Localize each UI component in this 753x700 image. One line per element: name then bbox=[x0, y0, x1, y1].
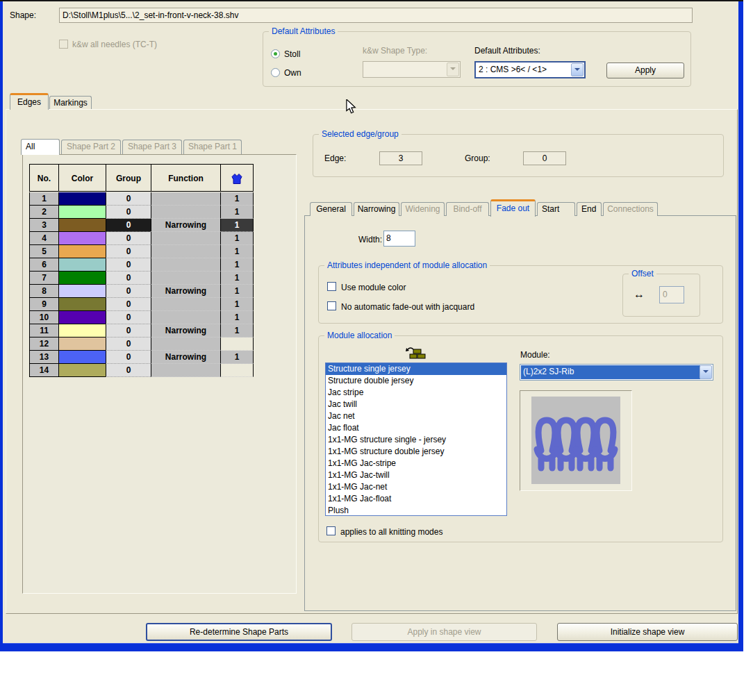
window-left-border bbox=[0, 1, 3, 644]
apply-button[interactable]: Apply bbox=[606, 62, 684, 78]
kw-all-needles-checkbox bbox=[59, 40, 68, 49]
row-group: 0 bbox=[106, 285, 151, 298]
selected-edge-group-title: Selected edge/group bbox=[319, 129, 402, 139]
initialize-shape-view-button[interactable]: Initialize shape view bbox=[557, 623, 738, 641]
row-group: 0 bbox=[106, 206, 151, 219]
no-auto-fadeout-checkbox[interactable] bbox=[327, 301, 336, 310]
row-no: 1 bbox=[29, 192, 58, 206]
apply-in-shape-view-button: Apply in shape view bbox=[351, 623, 537, 641]
use-module-color-label[interactable]: Use module color bbox=[341, 283, 406, 292]
row-no: 6 bbox=[29, 258, 58, 272]
tab-markings[interactable]: Markings bbox=[49, 96, 92, 109]
row-no: 2 bbox=[29, 206, 58, 219]
row-color-swatch bbox=[58, 298, 106, 311]
list-item[interactable]: Jac net bbox=[326, 410, 506, 422]
table-row[interactable]: 8 0 Narrowing 1 bbox=[29, 285, 254, 298]
list-item[interactable]: Jac stripe bbox=[326, 387, 506, 399]
own-radio-label[interactable]: Own bbox=[284, 68, 301, 78]
row-count: 1 bbox=[220, 258, 254, 272]
chevron-down-icon[interactable] bbox=[700, 365, 712, 379]
list-item[interactable]: 1x1-MG Jac-float bbox=[326, 493, 506, 505]
list-item[interactable]: 1x1-MG structure single - jersey bbox=[326, 434, 506, 446]
default-attributes-combo-label: Default Attributes: bbox=[474, 46, 540, 56]
use-module-color-checkbox[interactable] bbox=[327, 282, 336, 291]
tab-fade-out[interactable]: Fade out bbox=[490, 199, 536, 217]
tab-bind-off: Bind-off bbox=[446, 202, 489, 216]
row-count: 1 bbox=[220, 311, 254, 324]
window-top-border bbox=[0, 0, 743, 1]
applies-all-modes-label[interactable]: applies to all knitting modes bbox=[340, 527, 442, 537]
width-input[interactable]: 8 bbox=[383, 231, 415, 247]
module-combo[interactable]: (L)2x2 SJ-Rib bbox=[520, 364, 713, 381]
part-tab-shape-part-1[interactable]: Shape Part 1 bbox=[183, 140, 242, 154]
part-tab-shape-part-2[interactable]: Shape Part 2 bbox=[61, 140, 121, 154]
row-color-swatch bbox=[58, 192, 106, 206]
tab-edges[interactable]: Edges bbox=[10, 93, 49, 110]
row-no: 8 bbox=[29, 285, 58, 298]
attrs-independent-group-title: Attributes independent of module allocat… bbox=[324, 260, 490, 270]
tab-widening: Widening bbox=[401, 202, 445, 216]
row-count: 1 bbox=[220, 298, 254, 311]
left-right-arrow-icon: ↔ bbox=[634, 288, 645, 301]
row-group: 0 bbox=[106, 245, 151, 258]
default-attributes-combo[interactable]: 2 : CMS >6< / <1> bbox=[474, 61, 586, 78]
edge-label: Edge: bbox=[324, 153, 346, 163]
redetermine-shape-parts-button[interactable]: Re-determine Shape Parts bbox=[146, 623, 332, 641]
row-no: 12 bbox=[29, 338, 58, 351]
table-row[interactable]: 1 0 1 bbox=[29, 192, 254, 206]
table-row[interactable]: 7 0 1 bbox=[29, 272, 254, 285]
edge-value-field: 3 bbox=[379, 151, 422, 165]
list-item[interactable]: 1x1-MG Jac-twill bbox=[326, 469, 506, 481]
default-attributes-group-title: Default Attributes bbox=[269, 26, 338, 36]
table-row[interactable]: 6 0 1 bbox=[29, 258, 254, 272]
tab-end[interactable]: End bbox=[577, 202, 602, 216]
list-item[interactable]: 1x1-MG Jac-stripe bbox=[326, 458, 506, 469]
part-tab-shape-part-3[interactable]: Shape Part 3 bbox=[122, 140, 182, 154]
tab-general[interactable]: General bbox=[310, 202, 352, 216]
tab-connections: Connections bbox=[603, 202, 658, 216]
row-group: 0 bbox=[106, 338, 151, 351]
row-no: 14 bbox=[29, 364, 58, 377]
shape-path-field[interactable]: D:\Stoll\M1plus\5...\2_set-in-front-v-ne… bbox=[59, 8, 693, 23]
row-count: 1 bbox=[220, 245, 254, 258]
row-function bbox=[151, 311, 220, 324]
list-item[interactable]: 1x1-MG structure double jersey bbox=[326, 446, 506, 458]
stoll-radio[interactable] bbox=[271, 49, 280, 58]
mouse-cursor bbox=[345, 99, 356, 115]
list-item[interactable]: 1x1-MG Jac-net bbox=[326, 481, 506, 493]
part-tab-all[interactable]: All bbox=[21, 139, 60, 155]
row-group: 0 bbox=[106, 258, 151, 272]
tab-start[interactable]: Start bbox=[537, 202, 575, 216]
applies-all-modes-checkbox[interactable] bbox=[326, 526, 336, 535]
list-item[interactable]: Structure double jersey bbox=[326, 375, 506, 387]
own-radio[interactable] bbox=[271, 68, 280, 77]
stoll-radio-label[interactable]: Stoll bbox=[284, 49, 300, 59]
row-function: Narrowing bbox=[151, 324, 220, 338]
chevron-down-icon bbox=[447, 62, 459, 76]
table-row[interactable]: 9 0 1 bbox=[29, 298, 254, 311]
no-auto-fadeout-label[interactable]: No automatic fade-out with jacquard bbox=[341, 302, 474, 312]
table-row-selected[interactable]: 3 0 Narrowing 1 bbox=[29, 219, 254, 232]
chevron-down-icon[interactable] bbox=[571, 63, 584, 76]
row-color-swatch bbox=[58, 364, 106, 377]
table-row[interactable]: 14 0 bbox=[29, 364, 254, 377]
list-item[interactable]: Plush bbox=[326, 505, 506, 516]
table-row[interactable]: 13 0 Narrowing 1 bbox=[29, 351, 254, 364]
table-row[interactable]: 5 0 1 bbox=[29, 245, 254, 258]
width-label: Width: bbox=[358, 235, 382, 244]
table-row[interactable]: 10 0 1 bbox=[29, 311, 254, 324]
row-no: 10 bbox=[29, 311, 58, 324]
list-item[interactable]: Jac float bbox=[326, 422, 506, 434]
table-row[interactable]: 2 0 1 bbox=[29, 206, 254, 219]
row-no: 7 bbox=[29, 272, 58, 285]
list-item[interactable]: Structure single jersey bbox=[326, 363, 506, 375]
row-color-swatch bbox=[58, 338, 106, 351]
table-row[interactable]: 12 0 bbox=[29, 338, 254, 351]
row-function bbox=[151, 192, 220, 206]
tab-narrowing[interactable]: Narrowing bbox=[354, 202, 399, 216]
table-row[interactable]: 4 0 1 bbox=[29, 232, 254, 245]
list-item[interactable]: Jac twill bbox=[326, 399, 506, 410]
knit-stitch-preview bbox=[531, 397, 620, 484]
table-row[interactable]: 11 0 Narrowing 1 bbox=[29, 324, 254, 338]
kw-shape-type-combo bbox=[363, 61, 461, 78]
